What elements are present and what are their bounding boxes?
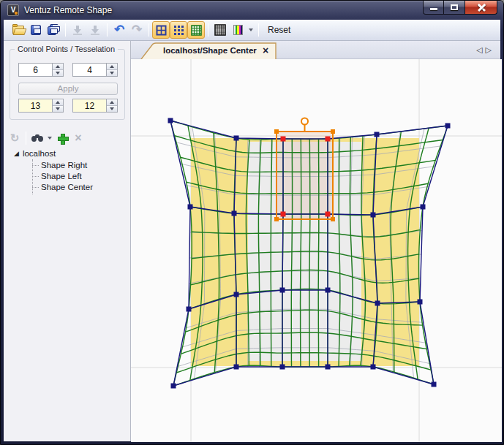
refresh-button[interactable]: ↻ bbox=[7, 131, 23, 145]
app-window: V Ventuz Remote Shape ↶ ↷ bbox=[0, 0, 504, 445]
apply-button[interactable]: Apply bbox=[18, 83, 118, 95]
fine-grid-icon bbox=[214, 24, 226, 36]
maximize-button[interactable] bbox=[444, 1, 464, 15]
tab-localhost-shape-center[interactable]: localhost/Shape Center × bbox=[140, 42, 277, 59]
toolbar-separator bbox=[107, 23, 108, 37]
find-button[interactable] bbox=[29, 131, 45, 145]
minimize-icon bbox=[430, 8, 437, 10]
show-tesselation-toggle[interactable] bbox=[187, 21, 205, 39]
save-all-button[interactable] bbox=[45, 21, 62, 39]
down-arrow-icon bbox=[110, 72, 114, 75]
grid-2x2-icon bbox=[156, 25, 167, 36]
toolbar-separator bbox=[26, 132, 26, 145]
control-cols-spinner[interactable] bbox=[18, 63, 64, 77]
binoculars-icon bbox=[31, 134, 43, 142]
add-shape-button[interactable] bbox=[54, 131, 70, 145]
control-cols-input[interactable] bbox=[19, 64, 52, 76]
delete-icon: × bbox=[75, 133, 81, 143]
spin-up-button[interactable] bbox=[107, 99, 117, 106]
close-button[interactable] bbox=[464, 1, 497, 15]
spin-up-button[interactable] bbox=[53, 99, 63, 106]
close-icon bbox=[478, 4, 486, 12]
spin-up-button[interactable] bbox=[53, 64, 63, 70]
spin-up-button[interactable] bbox=[107, 64, 117, 70]
up-arrow-icon bbox=[56, 65, 60, 68]
save-button[interactable] bbox=[27, 21, 45, 39]
spin-down-button[interactable] bbox=[53, 70, 63, 76]
tess-cols-input[interactable] bbox=[19, 99, 52, 112]
tab-bar: localhost/Shape Center × ◁▷ bbox=[131, 41, 500, 59]
tab-label: localhost/Shape Center bbox=[163, 46, 257, 55]
refresh-icon: ↻ bbox=[10, 132, 20, 145]
tab-close-icon[interactable]: × bbox=[263, 45, 268, 56]
control-rows-input[interactable] bbox=[73, 64, 106, 76]
tab-nav-arrows[interactable]: ◁▷ bbox=[476, 45, 494, 55]
maximize-icon bbox=[451, 4, 458, 10]
control-points-groupbox: Control Points / Tesselation Apply bbox=[10, 49, 125, 120]
window-title: Ventuz Remote Shape bbox=[24, 5, 112, 15]
save-all-icon bbox=[48, 24, 59, 36]
tess-rows-input[interactable] bbox=[73, 99, 106, 112]
chevron-down-icon[interactable] bbox=[48, 137, 52, 140]
tree-item-shape-center[interactable]: Shape Center bbox=[32, 183, 93, 191]
spin-down-button[interactable] bbox=[53, 106, 63, 112]
tab-nav-right-icon[interactable]: ▷ bbox=[486, 45, 494, 54]
spin-down-button[interactable] bbox=[107, 106, 117, 112]
control-rows-spinner[interactable] bbox=[72, 63, 118, 77]
up-arrow-icon bbox=[56, 101, 60, 104]
shape-canvas[interactable] bbox=[131, 59, 502, 442]
show-control-points-toggle[interactable] bbox=[170, 21, 187, 39]
tree-toolbar: ↻ × bbox=[7, 130, 128, 146]
tess-rows-spinner[interactable] bbox=[72, 99, 118, 113]
groupbox-title: Control Points / Tesselation bbox=[15, 45, 118, 53]
tree-node-localhost[interactable]: ◢ localhost bbox=[14, 149, 56, 158]
save-icon bbox=[31, 25, 41, 35]
commit-button[interactable] bbox=[69, 21, 86, 39]
title-bar[interactable]: V Ventuz Remote Shape bbox=[1, 1, 503, 20]
tess-cols-spinner[interactable] bbox=[18, 99, 64, 113]
toolbar-separator bbox=[65, 23, 66, 37]
green-grid-icon bbox=[191, 25, 202, 36]
tree-item-shape-right[interactable]: Shape Right bbox=[32, 161, 87, 170]
redo-icon: ↷ bbox=[132, 25, 142, 35]
minimize-button[interactable] bbox=[423, 1, 444, 15]
download-arrow-icon bbox=[72, 25, 83, 35]
open-folder-icon bbox=[12, 26, 25, 35]
shape-tree: ◢ localhost Shape Right Shape Left Shape… bbox=[4, 146, 129, 441]
tree-item-shape-left[interactable]: Shape Left bbox=[32, 172, 82, 180]
spin-down-button[interactable] bbox=[107, 70, 117, 76]
download-arrow-icon bbox=[90, 25, 100, 35]
undo-button[interactable]: ↶ bbox=[110, 21, 128, 39]
down-arrow-icon bbox=[110, 107, 114, 110]
expander-icon[interactable]: ◢ bbox=[14, 150, 19, 157]
plus-icon bbox=[58, 134, 67, 143]
down-arrow-icon bbox=[56, 107, 60, 110]
up-arrow-icon bbox=[110, 101, 114, 104]
delete-shape-button[interactable]: × bbox=[70, 131, 86, 145]
toolbar-separator bbox=[208, 23, 208, 37]
tree-root-label: localhost bbox=[23, 149, 56, 158]
main-toolbar: ↶ ↷ bbox=[4, 20, 500, 41]
commit-all-button[interactable] bbox=[86, 21, 104, 39]
app-icon: V bbox=[7, 4, 19, 16]
test-pattern-button[interactable] bbox=[229, 21, 247, 39]
tab-nav-left-icon[interactable]: ◁ bbox=[476, 45, 485, 54]
open-button[interactable] bbox=[10, 21, 27, 39]
toolbar-separator bbox=[258, 23, 259, 37]
up-arrow-icon bbox=[110, 65, 114, 68]
tree-item-label: Shape Left bbox=[41, 172, 82, 180]
show-fine-grid-button[interactable] bbox=[211, 21, 229, 39]
dots-3x3-icon bbox=[173, 25, 184, 36]
down-arrow-icon bbox=[56, 72, 60, 75]
undo-icon: ↶ bbox=[114, 25, 124, 35]
colorbars-icon bbox=[233, 25, 243, 35]
tree-item-label: Shape Right bbox=[41, 161, 87, 170]
main-area: localhost/Shape Center × ◁▷ bbox=[131, 41, 500, 441]
toolbar-separator bbox=[148, 23, 149, 37]
show-control-grid-toggle[interactable] bbox=[152, 21, 170, 39]
reset-button[interactable]: Reset bbox=[262, 23, 296, 37]
canvas-area bbox=[131, 59, 500, 441]
chevron-down-icon[interactable] bbox=[249, 28, 253, 31]
redo-button[interactable]: ↷ bbox=[128, 21, 146, 39]
left-panel: Control Points / Tesselation Apply ↻ bbox=[4, 41, 131, 441]
